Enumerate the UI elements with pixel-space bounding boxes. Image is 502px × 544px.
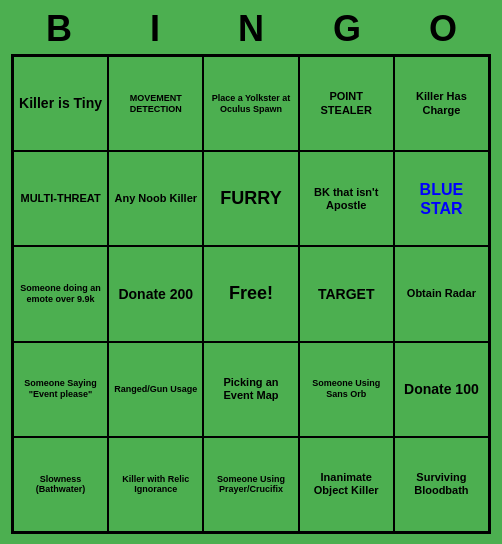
cell-9[interactable]: BLUE STAR	[395, 152, 488, 245]
cell-3[interactable]: POINT STEALER	[300, 57, 393, 150]
cell-17[interactable]: Picking an Event Map	[204, 343, 297, 436]
letter-i: I	[125, 8, 185, 50]
cell-23[interactable]: Inanimate Object Killer	[300, 438, 393, 531]
letter-o: O	[413, 8, 473, 50]
letter-b: B	[29, 8, 89, 50]
cell-24[interactable]: Surviving Bloodbath	[395, 438, 488, 531]
cell-8[interactable]: BK that isn't Apostle	[300, 152, 393, 245]
bingo-title: B I N G O	[11, 0, 491, 54]
letter-g: G	[317, 8, 377, 50]
cell-free[interactable]: Free!	[204, 247, 297, 340]
cell-18[interactable]: Someone Using Sans Orb	[300, 343, 393, 436]
cell-7[interactable]: FURRY	[204, 152, 297, 245]
cell-14[interactable]: Obtain Radar	[395, 247, 488, 340]
cell-13[interactable]: TARGET	[300, 247, 393, 340]
cell-10[interactable]: Someone doing an emote over 9.9k	[14, 247, 107, 340]
cell-2[interactable]: Place a Yolkster at Oculus Spawn	[204, 57, 297, 150]
cell-5[interactable]: MULTI-THREAT	[14, 152, 107, 245]
cell-1[interactable]: MOVEMENT DETECTION	[109, 57, 202, 150]
cell-16[interactable]: Ranged/Gun Usage	[109, 343, 202, 436]
cell-22[interactable]: Someone Using Prayer/Crucifix	[204, 438, 297, 531]
cell-6[interactable]: Any Noob Killer	[109, 152, 202, 245]
cell-15[interactable]: Someone Saying "Event please"	[14, 343, 107, 436]
cell-21[interactable]: Killer with Relic Ignorance	[109, 438, 202, 531]
letter-n: N	[221, 8, 281, 50]
cell-0[interactable]: Killer is Tiny	[14, 57, 107, 150]
cell-19[interactable]: Donate 100	[395, 343, 488, 436]
cell-11[interactable]: Donate 200	[109, 247, 202, 340]
cell-20[interactable]: Slowness (Bathwater)	[14, 438, 107, 531]
cell-4[interactable]: Killer Has Charge	[395, 57, 488, 150]
bingo-grid: Killer is Tiny MOVEMENT DETECTION Place …	[11, 54, 491, 534]
